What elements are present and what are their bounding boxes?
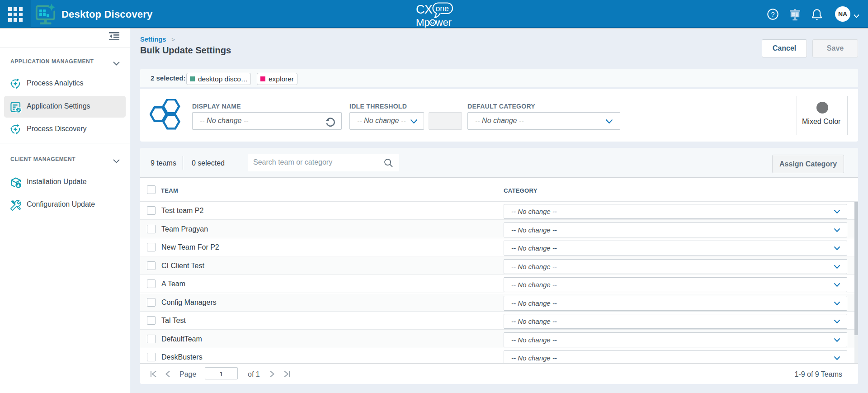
svg-text:wer: wer bbox=[435, 17, 452, 28]
svg-text:Mp: Mp bbox=[416, 17, 430, 28]
svg-text:?: ? bbox=[771, 11, 774, 18]
svg-text:one: one bbox=[436, 4, 449, 13]
svg-text:CX: CX bbox=[416, 3, 433, 16]
